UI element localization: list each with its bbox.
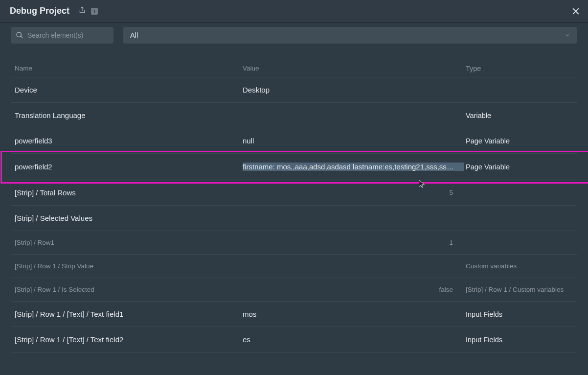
close-button[interactable] <box>569 5 582 18</box>
table-row[interactable]: DeviceDesktop <box>11 77 577 103</box>
cell-value: false <box>243 286 466 293</box>
col-header-type: Type <box>466 65 577 72</box>
cell-type: [Strip] / Row 1 / Custom variables <box>466 286 577 293</box>
cell-type: Input Fields <box>466 336 577 344</box>
cell-name: [Strip] / Row 1 / [Text] / Text field1 <box>11 310 243 318</box>
cell-name: powerfield2 <box>11 163 243 171</box>
filter-selected-label: All <box>130 31 138 39</box>
cell-name: Device <box>11 86 243 94</box>
table-row[interactable]: powerfield2firstname: mos,,aaa,adsd,asda… <box>11 154 577 180</box>
cell-name: [Strip] / Row 1 / [Text] / Text field2 <box>11 335 243 344</box>
header-icons: i <box>78 6 98 16</box>
cell-name: [Strip] / Row1 <box>11 239 243 246</box>
cell-type: Custom variables <box>466 262 577 270</box>
toolbar: All <box>0 23 588 48</box>
table-row[interactable]: [Strip] / Row11 <box>11 231 577 255</box>
cell-name: [Strip] / Total Rows <box>11 188 243 197</box>
cell-value: 5 <box>243 189 466 196</box>
table-row[interactable]: [Strip] / Row 1 / [Text] / Text field2es… <box>11 327 577 352</box>
selected-text: firstname: mos,,aaa,adsd,asdasd lastname… <box>243 163 464 171</box>
table-row[interactable]: [Strip] / Row 1 / Strip ValueCustom vari… <box>11 255 577 278</box>
info-icon[interactable]: i <box>91 8 98 15</box>
table-row[interactable]: [Strip] / Total Rows5 <box>11 180 577 206</box>
window-title: Debug Project <box>10 6 69 16</box>
cell-value: firstname: mos,,aaa,adsd,asdasd lastname… <box>243 163 466 171</box>
col-header-name: Name <box>11 65 243 72</box>
cell-name: [Strip] / Selected Values <box>11 214 243 222</box>
header-bar: Debug Project i <box>0 0 588 23</box>
table-row[interactable]: Translation LanguageVariable <box>11 103 577 128</box>
chevron-down-icon <box>565 32 570 38</box>
filter-dropdown[interactable]: All <box>123 27 577 44</box>
share-icon[interactable] <box>78 6 86 16</box>
search-box[interactable] <box>11 27 113 44</box>
cell-value: mos <box>243 310 466 318</box>
cell-name: [Strip] / Row 1 / Is Selected <box>11 286 243 293</box>
cell-name: Translation Language <box>11 111 243 119</box>
cell-name: [Strip] / Row 1 / Strip Value <box>11 262 243 270</box>
table-row[interactable]: [Strip] / Selected Values <box>11 206 577 231</box>
cell-type: Variable <box>466 112 577 119</box>
cell-type: Input Fields <box>466 310 577 318</box>
table-row[interactable]: powerfield3nullPage Variable <box>11 128 577 154</box>
table-row[interactable]: [Strip] / Row 1 / Is Selectedfalse[Strip… <box>11 278 577 302</box>
cell-type: Page Variable <box>466 137 577 145</box>
table-row[interactable]: [Strip] / Row 1 / [Text] / Text field1mo… <box>11 302 577 327</box>
table-body: DeviceDesktopTranslation LanguageVariabl… <box>11 77 577 352</box>
cell-value: 1 <box>243 239 466 246</box>
col-header-value: Value <box>243 65 466 72</box>
debug-table: Name Value Type DeviceDesktopTranslation… <box>0 48 588 352</box>
cell-name: powerfield3 <box>11 137 243 145</box>
cell-value: es <box>243 335 466 344</box>
search-input[interactable] <box>27 31 113 39</box>
cell-value: Desktop <box>243 86 466 94</box>
table-header: Name Value Type <box>11 48 577 77</box>
cell-type: Page Variable <box>466 163 577 171</box>
search-icon <box>16 31 23 39</box>
cell-value: null <box>243 137 466 145</box>
